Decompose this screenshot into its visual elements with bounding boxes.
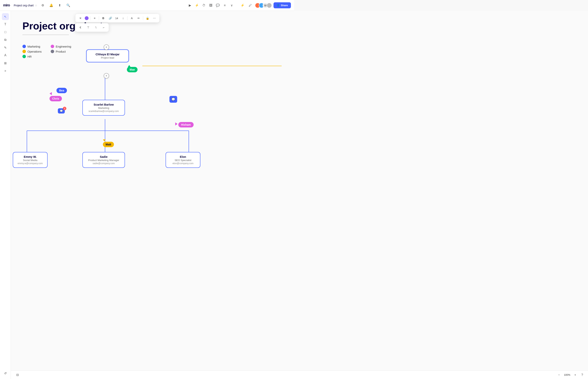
legend-dot-product (51, 50, 54, 53)
frame-icon[interactable]: 🖼 (208, 2, 214, 9)
cursor-chris: Chris (49, 92, 52, 96)
app-logo: miro (3, 3, 10, 7)
node-sadie-role: Product Marketing Manager (87, 159, 121, 162)
toolbar-separator (90, 16, 90, 20)
main-canvas: Project org chart Marketing Engineering … (11, 11, 294, 190)
settings-icon[interactable]: ⚙ (40, 2, 46, 9)
node-emmy-email: emmy.w@company.com (17, 162, 43, 165)
play-icon[interactable]: ▶ (187, 2, 193, 9)
lock-icon[interactable]: 🔒 (145, 16, 150, 21)
node-elon[interactable]: Elon SEO Specialist elon@company.com (166, 152, 200, 168)
node-scarlet-email: scarletbarlow@company.com (87, 110, 121, 112)
chat-icon[interactable]: 💬 (215, 2, 221, 9)
text2-tool[interactable]: A (2, 52, 9, 59)
text-color-icon[interactable]: A (129, 16, 134, 21)
highlight-icon[interactable]: ✏ (136, 16, 141, 21)
legend-dot-operations (22, 50, 26, 53)
menu-icon[interactable]: ≡ (222, 2, 228, 9)
center-toolbar: ▶ ⚡ ⏱ 🖼 💬 ≡ ∨ (187, 2, 235, 9)
node-emmy[interactable]: Emmy W. Social Media emmy.w@company.com (13, 152, 48, 168)
shape-tool[interactable]: ⧉ (2, 36, 9, 43)
share-icon: 👤 (277, 4, 280, 7)
node-elon-role: SEO Specialist (170, 159, 196, 162)
timer-icon[interactable]: ⏱ (201, 2, 207, 9)
legend-label-marketing: Marketing (28, 45, 40, 48)
legend-engineering: Engineering (51, 45, 71, 48)
legend-label-operations: Operations (28, 50, 42, 53)
cursor-bea: Bea (56, 88, 59, 91)
line-icon-1[interactable]: \ (93, 25, 99, 30)
grid-tool[interactable]: ⊞ (2, 60, 9, 66)
doc-title-text: Project org chart (14, 4, 34, 7)
cursor-label-chris: Chris (49, 96, 62, 101)
toolbar-separator-4 (143, 16, 143, 20)
sticky-tool[interactable]: □ (2, 29, 9, 36)
node-scarlet-role: Marketing (87, 107, 121, 110)
lightning-icon[interactable]: ⚡ (194, 2, 200, 9)
legend-hr: HR (22, 55, 43, 58)
legend-dot-marketing (22, 45, 26, 48)
color-picker[interactable] (85, 16, 89, 20)
node-root-role: Project lead (91, 56, 125, 59)
document-title[interactable]: Project org chart ☆ (14, 4, 37, 7)
floating-toolbar: ✕ ≡ B 🔗 14 ↕ A ✏ 🔒 ⋯ (75, 14, 159, 22)
chart-legend: Marketing Engineering Operations Product… (22, 45, 71, 58)
notifications-icon[interactable]: 🔔 (48, 2, 54, 9)
legend-label-product: Product (56, 50, 66, 53)
legend-dot-hr (22, 55, 26, 58)
comment-badge-scarlet[interactable]: 💬 2 (58, 108, 65, 113)
node-root[interactable]: Chhaya El Masjar Project lead (86, 49, 129, 62)
text-tool[interactable]: T (2, 21, 9, 28)
legend-label-hr: HR (28, 55, 32, 58)
node-emmy-role: Social Media (17, 159, 43, 162)
filter-icon[interactable]: ⚡ (239, 2, 246, 9)
left-sidebar: ↖ T □ ⧉ ✎ A ⊞ » ↺ (0, 11, 11, 190)
line-icon-2[interactable]: ⌐ (101, 25, 106, 30)
cursor-icon[interactable]: 🖊 (247, 2, 253, 9)
bold-icon[interactable]: B (101, 16, 106, 21)
toolbar-separator-3 (127, 16, 127, 20)
upload-icon[interactable]: ⬆ (57, 2, 63, 9)
connector-lines (11, 11, 294, 190)
top-bar: miro Project org chart ☆ ⚙ 🔔 ⬆ 🔍 ▶ ⚡ ⏱ 🖼… (0, 0, 294, 11)
star-icon[interactable]: ☆ (35, 4, 37, 7)
cursor-tool[interactable]: ↖ (2, 13, 9, 20)
link-icon[interactable]: 🔗 (108, 16, 113, 21)
more-tools[interactable]: » (2, 67, 9, 74)
add-button-top[interactable]: + (104, 45, 109, 50)
share-button[interactable]: 👤 Share (273, 2, 291, 8)
pen-tool[interactable]: ✎ (2, 44, 9, 51)
cursor-label-hisham: Hisham (178, 122, 194, 127)
disconnect-icon[interactable]: ✕ (78, 16, 83, 21)
node-sadie[interactable]: Sadie Product Marketing Manager sadie@co… (82, 152, 125, 168)
right-toolbar: ⚡ 🖊 12 👤 Share (239, 2, 291, 9)
more-icon[interactable]: ∨ (229, 2, 235, 9)
search-icon[interactable]: 🔍 (65, 2, 71, 9)
font-size-up-icon[interactable]: ↕ (120, 16, 126, 21)
avatar-group: 12 (255, 3, 272, 8)
node-scarlet[interactable]: Scarlet Barlow Marketing scarletbarlow@c… (82, 100, 125, 116)
cursor-label-mae: Mae (127, 67, 138, 72)
node-emmy-name: Emmy W. (17, 155, 43, 158)
cursor-label-matt: Matt (103, 142, 114, 147)
message-icon[interactable]: 💬 (169, 96, 177, 103)
node-scarlet-name: Scarlet Barlow (87, 103, 121, 106)
node-root-name: Chhaya El Masjar (91, 53, 125, 56)
connector-toolbar: € ⊤ \ ⌐ (75, 23, 109, 32)
more-options-icon[interactable]: ⋯ (152, 16, 157, 21)
connector-icon-2[interactable]: ⊤ (85, 25, 91, 30)
cursor-matt: Matt (103, 139, 106, 142)
cursor-hisham: Hisham (175, 122, 178, 126)
font-size[interactable]: 14 (114, 17, 119, 20)
cursor-mae: Mae (127, 65, 131, 67)
add-button-bottom[interactable]: + (104, 73, 109, 79)
legend-product: Product (51, 50, 71, 53)
avatar-4 (267, 3, 272, 8)
connector-icon-1[interactable]: € (78, 25, 83, 30)
node-elon-email: elon@company.com (170, 162, 196, 165)
node-elon-name: Elon (170, 155, 196, 158)
node-sadie-email: sadie@company.com (87, 162, 121, 165)
comment-count: 2 (63, 107, 66, 110)
legend-operations: Operations (22, 50, 43, 53)
line-spacing-icon[interactable]: ≡ (92, 16, 97, 21)
